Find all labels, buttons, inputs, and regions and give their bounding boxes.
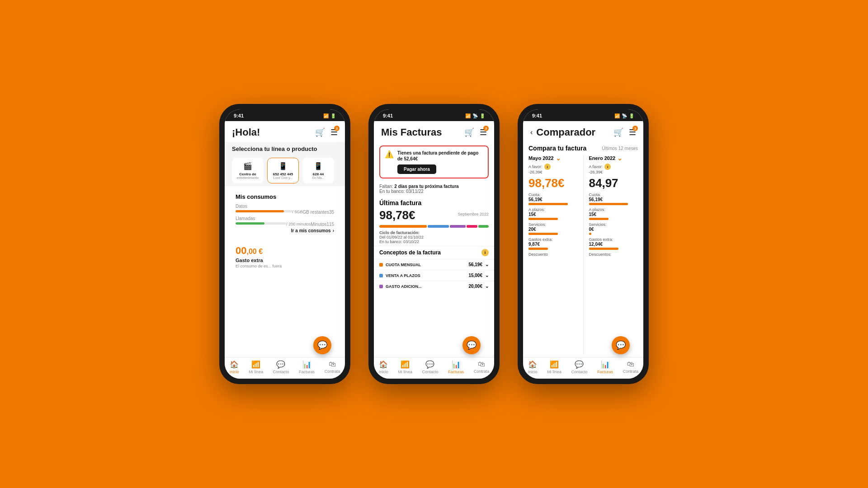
concepto-cuota[interactable]: CUOTA MENSUAL 56,19€ ⌄ bbox=[374, 259, 494, 270]
invoice-icon-1: 📊 bbox=[302, 360, 311, 369]
nav-contacto-3[interactable]: 💬 Contacto bbox=[571, 360, 587, 374]
cart-icon-2[interactable]: 🛒 bbox=[464, 127, 474, 137]
invoice-icon-3: 📊 bbox=[601, 360, 610, 369]
cart-icon-3[interactable]: 🛒 bbox=[613, 127, 623, 137]
month-col-2: Enero 2022 ⌄ A favor: i -26,39€ 84,97 Cu… bbox=[589, 155, 638, 354]
battery-icon-2: 🔋 bbox=[480, 113, 485, 118]
gasto-label: Gasto extra bbox=[236, 258, 334, 263]
nav-inicio-2[interactable]: 🏠 Inicio bbox=[379, 360, 388, 374]
contact-icon-2: 💬 bbox=[425, 360, 434, 369]
product-card-652[interactable]: 📱 652 452 445 Love Cine y... bbox=[267, 158, 299, 183]
month-2-label: Enero 2022 bbox=[589, 155, 616, 161]
header-icons-1: 🛒 ☰ 3 bbox=[315, 127, 338, 137]
nav-contrata-2[interactable]: 🛍 Contrata bbox=[474, 360, 490, 374]
concepto-gasto-left: GASTO ADICION... bbox=[379, 284, 422, 289]
plazos-bar-2 bbox=[589, 218, 609, 220]
gastos-val-1: 9,87€ bbox=[528, 242, 578, 247]
plazos-amount: 15,00€ bbox=[468, 273, 482, 278]
product-cards: 🎬 Centro de entretenimiento 📱 652 452 44… bbox=[225, 155, 345, 186]
nav-contacto-2[interactable]: 💬 Contacto bbox=[422, 360, 438, 374]
gasto-section: 00,00 € Gasto extra El consumo de es... … bbox=[230, 240, 340, 273]
gasto-amount: 00,00 € bbox=[236, 245, 334, 257]
chat-fab-3[interactable]: 💬 bbox=[612, 336, 630, 354]
bar-seg-3 bbox=[450, 225, 466, 228]
consumos-section: Mis consumos Datos 35 GB restantes / 5GB… bbox=[230, 189, 340, 238]
card-628-desc: Go Ma... bbox=[306, 176, 331, 179]
alert-text: Tienes una factura pendiente de pago de … bbox=[397, 150, 483, 162]
phone-2: 9:41 📶 📡 🔋 Mis Facturas 🛒 ☰ 3 ⚠️ bbox=[368, 104, 500, 384]
nav-contrata-3[interactable]: 🛍 Contrata bbox=[623, 360, 639, 374]
chat-fab-2[interactable]: 💬 bbox=[462, 336, 481, 354]
bar-seg-2 bbox=[428, 225, 449, 228]
menu-icon-3[interactable]: ☰ 3 bbox=[629, 127, 636, 137]
greeting: ¡Hola! bbox=[232, 127, 260, 138]
concepto-plazos[interactable]: VENTA A PLAZOS 15,00€ ⌄ bbox=[374, 270, 494, 281]
card-652-name: 652 452 445 bbox=[270, 172, 296, 176]
nav-milinea-1[interactable]: 📶 Mi línea bbox=[249, 360, 263, 374]
month-1-label: Mayo 2022 bbox=[528, 155, 554, 161]
app-header-1: ¡Hola! 🛒 ☰ 3 bbox=[225, 121, 345, 142]
cuota-dot bbox=[379, 263, 383, 267]
menu-icon-1[interactable]: ☰ 3 bbox=[330, 127, 338, 137]
gastos-label-2: Gastos extra: bbox=[589, 237, 638, 242]
a-favor-1: A favor: i bbox=[528, 164, 578, 170]
gasto-amount-2: 20,00€ bbox=[468, 284, 482, 289]
conceptos-label: Conceptos de la factura bbox=[379, 249, 441, 256]
back-arrow-icon[interactable]: ‹ bbox=[530, 128, 533, 136]
concepto-gasto-right: 20,00€ ⌄ bbox=[468, 284, 489, 289]
menu-badge-3: 3 bbox=[632, 126, 638, 131]
time-2: 9:41 bbox=[383, 113, 393, 118]
info-icon-1[interactable]: i bbox=[544, 164, 551, 170]
uf-ciclo: Ciclo de facturación: Del 01/09/22 al 01… bbox=[379, 230, 489, 244]
alert-content: Tienes una factura pendiente de pago de … bbox=[397, 150, 483, 174]
column-divider bbox=[583, 155, 584, 354]
nav-facturas-1[interactable]: 📊 Facturas bbox=[299, 360, 315, 374]
line-icon-1: 📶 bbox=[251, 360, 260, 369]
concepto-gasto[interactable]: GASTO ADICION... 20,00€ ⌄ bbox=[374, 281, 494, 291]
info-icon-2[interactable]: i bbox=[604, 164, 611, 170]
pay-now-button[interactable]: Pagar ahora bbox=[397, 164, 436, 174]
product-card-628[interactable]: 📱 628 44 Go Ma... bbox=[302, 158, 334, 183]
card-652-desc: Love Cine y... bbox=[270, 176, 296, 179]
datos-unit: GB restantes bbox=[303, 210, 329, 215]
header-icons-2: 🛒 ☰ 3 bbox=[464, 127, 487, 137]
uf-amount: 98,78€ bbox=[379, 208, 415, 222]
app-header-3: ‹ Comparador 🛒 ☰ 3 bbox=[523, 121, 643, 142]
nav-inicio-3[interactable]: 🏠 Inicio bbox=[528, 360, 538, 374]
chat-fab-1[interactable]: 💬 bbox=[313, 336, 331, 354]
month-selector-2[interactable]: Enero 2022 ⌄ bbox=[589, 155, 638, 162]
servicios-label-1: Servicios: bbox=[528, 222, 578, 227]
app-header-2: Mis Facturas 🛒 ☰ 3 bbox=[374, 121, 494, 142]
nav-milinea-2[interactable]: 📶 Mi línea bbox=[398, 360, 412, 374]
plazos-chevron: ⌄ bbox=[485, 273, 489, 278]
cart-icon-1[interactable]: 🛒 bbox=[315, 127, 325, 137]
nav-milinea-3[interactable]: 📶 Mi línea bbox=[547, 360, 561, 374]
conceptos-header: Conceptos de la factura i bbox=[374, 246, 494, 259]
menu-icon-2[interactable]: ☰ 3 bbox=[480, 127, 487, 137]
time-1: 9:41 bbox=[234, 113, 244, 118]
shop-icon-1: 🛍 bbox=[329, 360, 336, 368]
ir-consumos-link[interactable]: Ir a mis consumos › bbox=[236, 228, 334, 233]
entertainment-desc: entretenimiento bbox=[235, 176, 260, 179]
uf-row: 98,78€ Septiembre 2022 bbox=[379, 208, 489, 222]
a-favor-label-2: A favor: bbox=[589, 164, 603, 169]
plazos-name: VENTA A PLAZOS bbox=[386, 273, 420, 278]
nav-facturas-2[interactable]: 📊 Facturas bbox=[448, 360, 464, 374]
status-bar-3: 9:41 📶 📡 🔋 bbox=[523, 109, 643, 121]
entertainment-icon: 🎬 bbox=[235, 162, 260, 170]
gasto-chevron: ⌄ bbox=[485, 284, 489, 289]
nav-contrata-1[interactable]: 🛍 Contrata bbox=[325, 360, 340, 374]
product-card-entertainment[interactable]: 🎬 Centro de entretenimiento bbox=[232, 158, 264, 183]
descuentos-label-1: Descuento bbox=[528, 252, 578, 257]
nav-inicio-1[interactable]: 🏠 Inicio bbox=[230, 360, 239, 374]
concepto-cuota-right: 56,19€ ⌄ bbox=[468, 262, 489, 267]
gasto-desc: El consumo de es... fuera bbox=[236, 264, 334, 268]
status-bar-2: 9:41 📶 📡 🔋 bbox=[374, 109, 494, 121]
contact-icon-1: 💬 bbox=[276, 360, 285, 369]
uf-date: Septiembre 2022 bbox=[458, 212, 489, 216]
month-selector-1[interactable]: Mayo 2022 ⌄ bbox=[528, 155, 578, 162]
nav-facturas-3[interactable]: 📊 Facturas bbox=[597, 360, 613, 374]
invoice-color-bar bbox=[379, 225, 489, 228]
phone-1-screen: 9:41 📶 🔋 ¡Hola! 🛒 ☰ 3 Selecciona tu líne… bbox=[225, 109, 345, 379]
nav-contacto-1[interactable]: 💬 Contacto bbox=[273, 360, 289, 374]
